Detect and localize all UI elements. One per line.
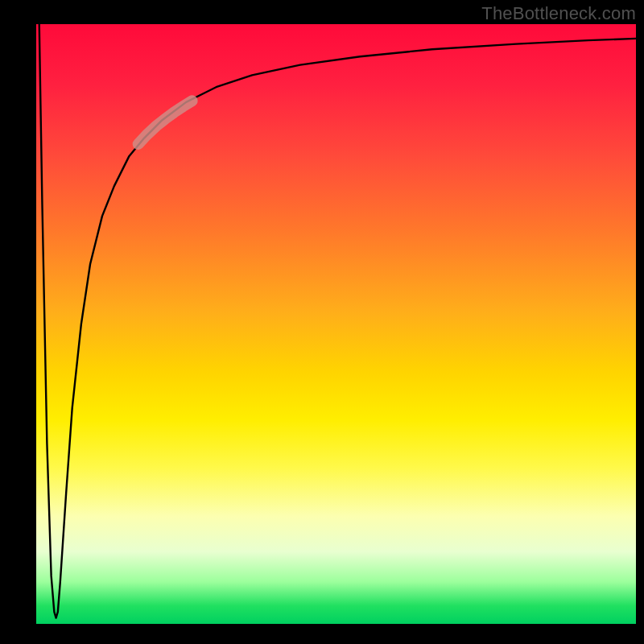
highlight-layer	[36, 24, 636, 624]
plot-area	[36, 24, 636, 624]
attribution-text: TheBottleneck.com	[481, 3, 636, 24]
chart-frame: TheBottleneck.com	[0, 0, 644, 644]
highlight-segment	[138, 101, 192, 144]
